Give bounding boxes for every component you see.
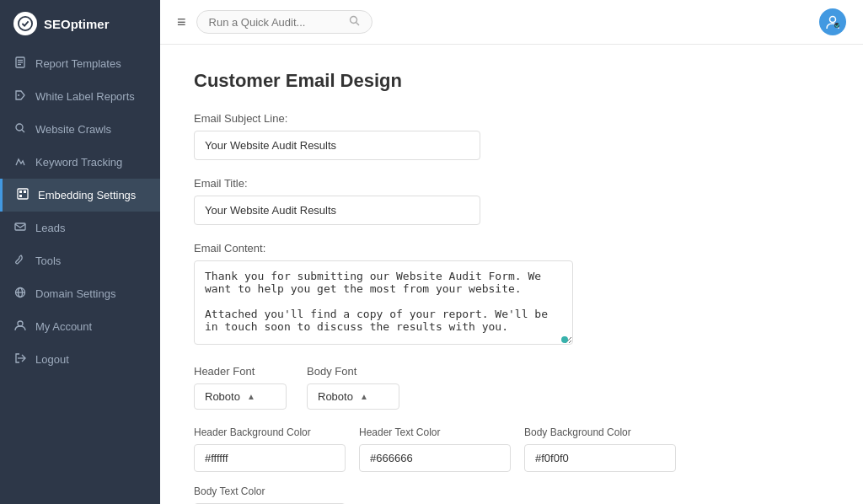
logo-icon <box>13 12 37 35</box>
textarea-resize-dot <box>561 336 568 343</box>
email-content-group: Email Content: <box>194 242 829 348</box>
sidebar-item-embedding-settings[interactable]: Embedding Settings <box>0 179 160 212</box>
header-font-caret-icon: ▲ <box>247 392 255 401</box>
sidebar-item-report-templates[interactable]: Report Templates <box>0 47 160 80</box>
user-avatar[interactable] <box>819 8 846 35</box>
header-text-color-label: Header Text Color <box>359 426 511 438</box>
svg-point-18 <box>350 17 356 24</box>
page-content: Customer Email Design Email Subject Line… <box>160 45 863 504</box>
tools-icon <box>13 254 27 268</box>
svg-point-5 <box>18 94 19 96</box>
body-text-color-group: Body Text Color <box>194 485 346 504</box>
sidebar-label-tools: Tools <box>35 255 61 267</box>
embed-icon <box>16 188 29 202</box>
sidebar-label-report-templates: Report Templates <box>35 57 121 70</box>
header-bg-color-group: Header Background Color <box>194 426 346 472</box>
topbar-right <box>819 8 846 35</box>
account-icon <box>13 319 27 334</box>
file-icon <box>13 56 27 71</box>
brand-logo: SEOptimer <box>0 0 160 47</box>
main-content: ≡ Customer Email Design Email Subject Li… <box>160 0 863 504</box>
sidebar-item-my-account[interactable]: My Account <box>0 310 160 343</box>
email-content-textarea[interactable] <box>194 260 573 345</box>
email-title-label: Email Title: <box>194 177 829 190</box>
header-text-color-input[interactable] <box>359 444 511 472</box>
sidebar-item-leads[interactable]: Leads <box>0 212 160 244</box>
sidebar-item-website-crawls[interactable]: Website Crawls <box>0 113 160 146</box>
body-font-value: Roboto <box>318 390 353 403</box>
email-subject-input[interactable] <box>194 131 480 160</box>
globe-icon <box>13 287 27 301</box>
email-subject-group: Email Subject Line: <box>194 112 829 160</box>
font-row: Header Font Roboto ▲ Body Font Roboto ▲ <box>194 365 829 410</box>
svg-line-19 <box>356 23 359 26</box>
search-input[interactable] <box>209 16 344 29</box>
search-icon <box>13 122 27 137</box>
svg-point-0 <box>19 17 32 30</box>
header-font-label: Header Font <box>194 365 287 378</box>
sidebar-label-embedding-settings: Embedding Settings <box>38 189 136 201</box>
color-row: Header Background Color Header Text Colo… <box>194 426 829 504</box>
sidebar-item-keyword-tracking[interactable]: Keyword Tracking <box>0 146 160 179</box>
email-title-group: Email Title: <box>194 177 829 225</box>
mail-icon <box>13 221 27 235</box>
search-bar <box>196 10 373 34</box>
svg-point-20 <box>830 17 836 23</box>
header-text-color-group: Header Text Color <box>359 426 511 472</box>
topbar: ≡ <box>160 0 863 45</box>
sidebar-item-tools[interactable]: Tools <box>0 244 160 277</box>
header-font-group: Header Font Roboto ▲ <box>194 365 287 410</box>
svg-point-16 <box>18 321 23 326</box>
body-bg-color-input[interactable] <box>524 444 676 472</box>
sidebar-item-domain-settings[interactable]: Domain Settings <box>0 277 160 310</box>
sidebar-label-website-crawls: Website Crawls <box>35 123 111 136</box>
search-icon <box>349 15 360 29</box>
body-font-label: Body Font <box>307 365 399 378</box>
email-content-label: Email Content: <box>194 242 829 255</box>
label-icon <box>13 89 27 104</box>
keyword-icon <box>13 155 27 169</box>
body-font-caret-icon: ▲ <box>360 392 368 401</box>
textarea-wrapper <box>194 260 573 348</box>
svg-rect-12 <box>15 223 25 230</box>
header-font-value: Roboto <box>205 390 240 403</box>
svg-rect-9 <box>19 190 22 193</box>
body-font-group: Body Font Roboto ▲ <box>307 365 399 410</box>
svg-rect-8 <box>18 189 28 199</box>
body-text-color-label: Body Text Color <box>194 485 346 497</box>
sidebar-label-white-label-reports: White Label Reports <box>35 90 135 103</box>
body-bg-color-label: Body Background Color <box>524 426 676 438</box>
header-font-select[interactable]: Roboto ▲ <box>194 383 287 410</box>
body-bg-color-group: Body Background Color <box>524 426 676 472</box>
sidebar: SEOptimer Report Templates White Label R… <box>0 0 160 504</box>
sidebar-label-my-account: My Account <box>35 320 92 333</box>
body-font-select[interactable]: Roboto ▲ <box>307 383 399 410</box>
brand-name: SEOptimer <box>44 17 110 31</box>
header-bg-color-label: Header Background Color <box>194 426 346 438</box>
sidebar-label-domain-settings: Domain Settings <box>35 287 115 300</box>
svg-point-6 <box>16 124 23 131</box>
sidebar-label-leads: Leads <box>35 222 65 234</box>
svg-line-7 <box>22 130 24 132</box>
svg-rect-11 <box>19 195 22 197</box>
hamburger-button[interactable]: ≡ <box>177 13 186 31</box>
sidebar-item-white-label-reports[interactable]: White Label Reports <box>0 80 160 113</box>
logout-icon <box>13 352 27 367</box>
sidebar-label-logout: Logout <box>35 353 69 366</box>
sidebar-item-logout[interactable]: Logout <box>0 343 160 376</box>
svg-rect-10 <box>24 190 26 193</box>
email-title-input[interactable] <box>194 196 480 225</box>
header-bg-color-input[interactable] <box>194 444 346 472</box>
email-subject-label: Email Subject Line: <box>194 112 829 125</box>
sidebar-label-keyword-tracking: Keyword Tracking <box>35 156 122 169</box>
page-title: Customer Email Design <box>194 70 829 92</box>
